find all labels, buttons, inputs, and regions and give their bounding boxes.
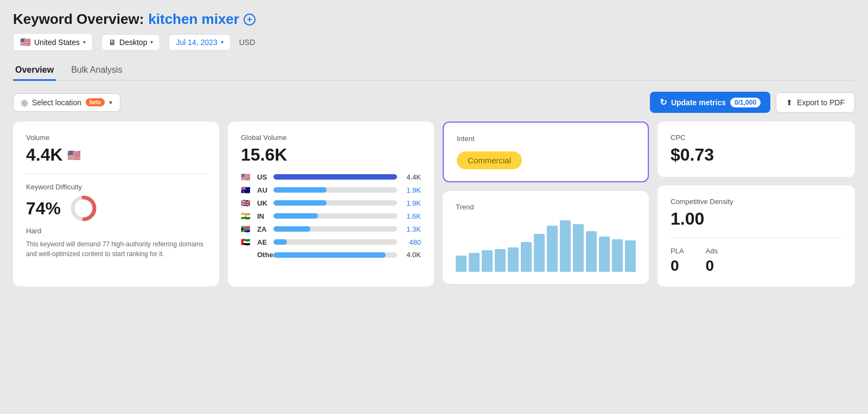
trend-bar xyxy=(482,250,493,272)
card-divider xyxy=(26,174,206,174)
country-code: UK xyxy=(257,199,269,207)
competitive-density-card: Competitive Density 1.00 PLA 0 Ads 0 xyxy=(658,186,855,286)
right-col: CPC $0.73 Competitive Density 1.00 PLA 0… xyxy=(658,122,855,286)
country-code: AE xyxy=(257,238,269,246)
trend-card: Trend xyxy=(443,191,649,284)
kd-difficulty-label: Hard xyxy=(26,227,206,235)
country-code: AU xyxy=(257,186,269,194)
intent-label: Intent xyxy=(457,135,635,143)
competitive-density-label: Competitive Density xyxy=(671,198,842,206)
action-row: ◎ Select location beta ▾ ↻ Update metric… xyxy=(13,92,855,113)
update-metrics-button[interactable]: ↻ Update metrics 0/1,000 xyxy=(650,92,770,113)
refresh-icon: ↻ xyxy=(660,97,667,107)
tab-bulk-analysis[interactable]: Bulk Analysis xyxy=(69,61,124,81)
export-icon: ⬆ xyxy=(786,98,793,107)
country-code: IN xyxy=(257,212,269,220)
trend-bar xyxy=(560,220,571,272)
bar-track xyxy=(273,252,397,258)
location-pin-icon: ◎ xyxy=(21,98,28,107)
ads-label: Ads xyxy=(706,247,718,255)
cpc-card: CPC $0.73 xyxy=(658,122,855,177)
page-title: Keyword Overview: kitchen mixer + xyxy=(13,11,855,28)
chevron-down-icon: ▾ xyxy=(83,39,86,45)
country-row: 🇮🇳 IN 1.6K xyxy=(241,212,421,220)
title-prefix: Keyword Overview: xyxy=(13,11,144,28)
trend-bar xyxy=(547,226,558,272)
export-label: Export to PDF xyxy=(797,98,845,107)
country-value: 1.9K xyxy=(401,186,421,194)
device-label: Desktop xyxy=(119,38,147,47)
trend-bar xyxy=(573,224,584,272)
export-pdf-button[interactable]: ⬆ Export to PDF xyxy=(776,92,855,113)
update-metrics-label: Update metrics xyxy=(671,98,726,107)
add-keyword-icon[interactable]: + xyxy=(244,14,256,26)
country-code: Other xyxy=(257,251,269,259)
bar-fill xyxy=(273,200,327,206)
bar-fill xyxy=(273,252,386,258)
volume-value: 4.4K 🇺🇸 xyxy=(26,145,206,165)
bar-track xyxy=(273,174,397,180)
country-row: 🇦🇪 AE 480 xyxy=(241,238,421,246)
trend-bar xyxy=(508,247,519,272)
kd-value: 74% xyxy=(26,199,61,219)
kd-description: This keyword will demand 77 high-authori… xyxy=(26,239,206,259)
country-value: 1.3K xyxy=(401,225,421,233)
trend-bar xyxy=(534,234,545,272)
chevron-down-icon: ▾ xyxy=(150,39,153,45)
date-dropdown[interactable]: Jul 14, 2023 ▾ xyxy=(169,34,230,50)
global-volume-value: 15.6K xyxy=(241,145,421,165)
pla-item: PLA 0 xyxy=(671,247,684,275)
volume-kd-card: Volume 4.4K 🇺🇸 Keyword Difficulty 74% Ha… xyxy=(13,122,219,286)
bar-track xyxy=(273,239,397,245)
country-flag: 🇺🇸 xyxy=(241,173,253,181)
country-row: 🇦🇺 AU 1.9K xyxy=(241,186,421,194)
trend-chart xyxy=(456,218,636,272)
action-right: ↻ Update metrics 0/1,000 ⬆ Export to PDF xyxy=(650,92,855,113)
pla-ads-row: PLA 0 Ads 0 xyxy=(671,247,842,275)
beta-badge: beta xyxy=(86,98,105,106)
date-label: Jul 14, 2023 xyxy=(176,38,217,47)
trend-bar xyxy=(456,256,467,272)
country-row: 🇬🇧 UK 1.9K xyxy=(241,199,421,207)
trend-bar xyxy=(521,242,532,272)
bar-fill xyxy=(273,187,327,193)
country-flag: 🇦🇪 xyxy=(241,238,253,246)
country-value: 480 xyxy=(401,238,421,246)
pla-label: PLA xyxy=(671,247,684,255)
country-value: 4.0K xyxy=(401,251,421,259)
country-value: 4.4K xyxy=(401,173,421,181)
trend-label: Trend xyxy=(456,203,636,211)
device-dropdown[interactable]: 🖥 Desktop ▾ xyxy=(101,34,160,50)
country-flag: 🇬🇧 xyxy=(241,199,253,207)
bar-track xyxy=(273,226,397,232)
tabs-row: Overview Bulk Analysis xyxy=(13,61,855,81)
location-dropdown[interactable]: 🇺🇸 United States ▾ xyxy=(13,33,93,51)
competitive-density-value: 1.00 xyxy=(671,209,842,229)
bar-track xyxy=(273,200,397,206)
global-volume-label: Global Volume xyxy=(241,133,421,142)
ads-value: 0 xyxy=(706,257,718,275)
country-row: 🇿🇦 ZA 1.3K xyxy=(241,225,421,233)
global-volume-card: Global Volume 15.6K 🇺🇸 US 4.4K 🇦🇺 AU 1.9… xyxy=(228,122,434,286)
kd-label: Keyword Difficulty xyxy=(26,183,206,191)
bar-track xyxy=(273,213,397,219)
country-flag: 🇿🇦 xyxy=(241,225,253,233)
country-flag: 🇮🇳 xyxy=(241,212,253,220)
tab-overview[interactable]: Overview xyxy=(13,61,56,81)
intent-trend-col: Intent Commercial Trend xyxy=(443,122,649,286)
page-header: Keyword Overview: kitchen mixer + 🇺🇸 Uni… xyxy=(13,11,855,51)
country-code: US xyxy=(257,173,269,181)
select-location-button[interactable]: ◎ Select location beta ▾ xyxy=(13,93,120,112)
trend-bar xyxy=(599,237,610,272)
location-label: United States xyxy=(34,38,80,47)
bar-fill xyxy=(273,239,287,245)
toolbar: 🇺🇸 United States ▾ 🖥 Desktop ▾ Jul 14, 2… xyxy=(13,33,855,51)
currency-label: USD xyxy=(239,38,256,47)
bar-track xyxy=(273,187,397,193)
trend-bar xyxy=(495,249,506,272)
intent-card: Intent Commercial xyxy=(443,122,649,182)
bar-fill xyxy=(273,226,310,232)
country-flag: 🇦🇺 xyxy=(241,186,253,194)
kd-row: 74% xyxy=(26,194,206,222)
keyword-text: kitchen mixer xyxy=(148,11,239,28)
